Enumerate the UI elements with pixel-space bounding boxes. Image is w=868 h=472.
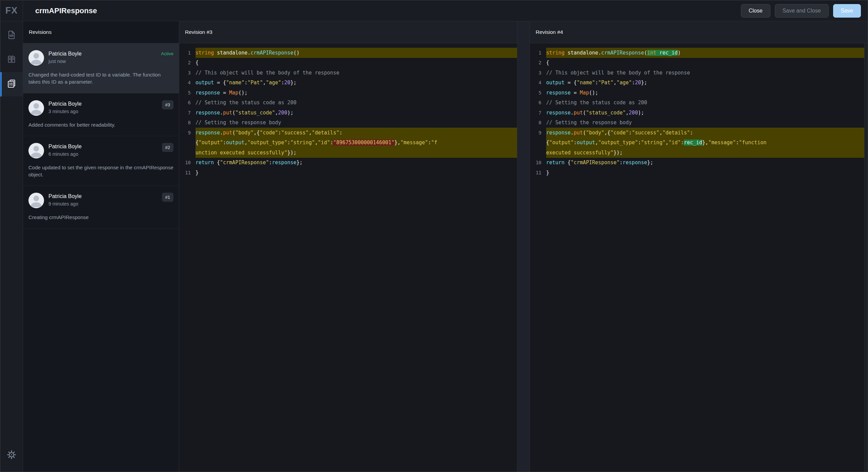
revision-4-panel-title: Revision #4 [530, 21, 868, 43]
code-line: 3// This object will be the body of the … [179, 68, 517, 78]
revision-description: Added comments for better readability. [28, 121, 173, 128]
revisions-panel-title: Revisions [23, 21, 179, 43]
avatar [28, 143, 44, 158]
code-line: 9response.put("body",{"code":"success","… [179, 128, 517, 138]
sidebar-item-code[interactable] [0, 23, 23, 48]
revision-3-panel: Revision #3 1string standalone.crmAPIRes… [179, 21, 517, 472]
compare-icon [6, 54, 17, 66]
sidebar-item-settings[interactable] [0, 443, 23, 468]
code-line: 11} [179, 168, 517, 178]
revision-author: Patricia Boyle [48, 101, 162, 107]
revision-time: 9 minutes ago [48, 201, 162, 207]
function-editor-window: FX crmAPIResponse Close Save and Close S… [0, 0, 868, 472]
code-line: 7response.put("status_code",200); [179, 108, 517, 118]
code-line: 8// Setting the response body [530, 118, 868, 128]
topbar-actions: Close Save and Close Save [741, 4, 861, 18]
code-line: {"output":output,"output_type":"string",… [530, 138, 868, 148]
code-line: 10return {"crmAPIResponse":response}; [179, 158, 517, 168]
active-status-badge: Active [161, 50, 173, 56]
code-line: 5response = Map(); [179, 88, 517, 98]
revision-item-1[interactable]: Patricia Boyle 9 minutes ago #1 Creating… [23, 186, 179, 229]
code-line: 1string standalone.crmAPIResponse() [179, 48, 517, 58]
revision-description: Changed the hard-coded test ID to a vari… [28, 71, 173, 86]
revisions-list: Patricia Boyle just now Active Changed t… [23, 43, 179, 472]
code-line: 3// This object will be the body of the … [530, 68, 868, 78]
code-line: executed successfully"}); [530, 148, 868, 158]
close-button[interactable]: Close [741, 4, 770, 18]
revision-description: Creating crmAPIResponse [28, 214, 173, 221]
revisions-panel: Revisions Patricia Boyle just now Active… [23, 21, 179, 472]
gear-icon [7, 450, 16, 461]
fx-logo-box: FX [0, 0, 23, 21]
revision-number-badge: #3 [162, 100, 173, 109]
code-line: unction executed successfully"}); [179, 148, 517, 158]
avatar [28, 50, 44, 66]
code-line: 7response.put("status_code",200); [530, 108, 868, 118]
save-and-close-button[interactable]: Save and Close [775, 4, 829, 18]
revision-author: Patricia Boyle [48, 144, 162, 150]
code-line: 6// Setting the status code as 200 [179, 98, 517, 108]
fx-logo: FX [5, 5, 18, 16]
main-area: Revisions Patricia Boyle just now Active… [0, 21, 868, 472]
panel-scrollbar[interactable] [517, 21, 530, 472]
revision-item-2[interactable]: Patricia Boyle 6 minutes ago #2 Code upd… [23, 136, 179, 186]
revision-3-panel-title: Revision #3 [179, 21, 517, 43]
code-line: 6// Setting the status code as 200 [530, 98, 868, 108]
icon-sidebar [0, 21, 23, 472]
revision-number-badge: #2 [162, 143, 173, 152]
code-line: 2{ [530, 58, 868, 68]
code-line: 1string standalone.crmAPIResponse(int re… [530, 48, 868, 58]
code-line: 4output = {"name":"Pat","age":20}; [179, 78, 517, 88]
top-bar: FX crmAPIResponse Close Save and Close S… [0, 0, 868, 21]
revision-description: Code updated to set the given response i… [28, 164, 173, 178]
revision-number-badge: #1 [162, 193, 173, 202]
revision-time: just now [48, 59, 161, 64]
sidebar-item-compare[interactable] [0, 48, 23, 72]
revision-item-active[interactable]: Patricia Boyle just now Active Changed t… [23, 43, 179, 93]
avatar [28, 100, 44, 116]
code-file-icon [6, 30, 17, 41]
revision-4-code[interactable]: 1string standalone.crmAPIResponse(int re… [530, 43, 868, 472]
avatar [28, 193, 44, 208]
revision-item-3[interactable]: Patricia Boyle 3 minutes ago #3 Added co… [23, 93, 179, 136]
code-line: 5response = Map(); [530, 88, 868, 98]
revision-author: Patricia Boyle [48, 193, 162, 199]
code-line: 4output = {"name":"Pat","age":20}; [530, 78, 868, 88]
revision-3-code[interactable]: 1string standalone.crmAPIResponse()2{3//… [179, 43, 517, 472]
code-line: 2{ [179, 58, 517, 68]
code-line: 8// Setting the response body [179, 118, 517, 128]
code-line: 11} [530, 168, 868, 178]
sidebar-item-revisions[interactable] [0, 72, 23, 96]
revision-author: Patricia Boyle [48, 51, 161, 57]
save-button[interactable]: Save [833, 4, 861, 18]
code-line: 9response.put("body",{"code":"success","… [530, 128, 868, 138]
revision-4-panel: Revision #4 1string standalone.crmAPIRes… [530, 21, 868, 472]
code-line: 10return {"crmAPIResponse":response}; [530, 158, 868, 168]
revisions-icon [6, 79, 17, 90]
function-title: crmAPIResponse [35, 6, 97, 15]
revision-time: 6 minutes ago [48, 151, 162, 157]
revision-time: 3 minutes ago [48, 109, 162, 114]
code-line: {"output":output,"output_type":"string",… [179, 138, 517, 148]
right-scrollbar[interactable] [864, 43, 868, 472]
